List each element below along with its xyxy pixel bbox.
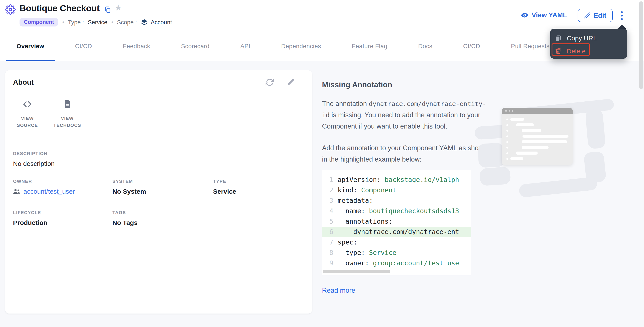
tab-docs[interactable]: Docs (407, 31, 443, 61)
scope-value: Account (151, 19, 172, 26)
scope-label: Scope : (117, 19, 137, 26)
code-line: 8 type: Service (322, 247, 471, 258)
tab-bar: Overview CI/CD Feedback Scorecard API De… (0, 31, 644, 61)
missing-annotation-text: The annotation dynatrace.com/dynatrace-e… (322, 98, 494, 132)
code-icon (22, 99, 32, 109)
context-menu: Copy URL Delete (550, 29, 627, 59)
refresh-icon[interactable] (266, 78, 274, 86)
tags-label: TAGS (112, 209, 213, 215)
tab-cicd-2[interactable]: CI/CD (452, 31, 491, 61)
favorite-star-icon[interactable]: ★ (114, 4, 122, 12)
view-source-label: VIEW SOURCE (13, 115, 42, 129)
system-field: SYSTEM No System (112, 178, 213, 195)
tab-scorecard[interactable]: Scorecard (170, 31, 220, 61)
entity-meta-row: Component • Type : Service • Scope : Acc… (20, 18, 172, 27)
type-field-value: Service (213, 187, 304, 195)
tags-value: No Tags (112, 219, 213, 226)
menu-item-delete[interactable]: Delete (550, 45, 627, 57)
code-line: 7spec: (322, 237, 471, 247)
owner-field: OWNER account/test_user (13, 178, 112, 195)
layers-icon (141, 19, 148, 26)
owner-value: account/test_user (24, 187, 75, 195)
view-yaml-button[interactable]: View YAML (521, 11, 567, 19)
view-techdocs-label: VIEW TECHDOCS (53, 115, 82, 129)
view-yaml-label: View YAML (532, 11, 567, 19)
meta-separator: • (62, 19, 64, 25)
trash-icon (555, 48, 562, 54)
kind-chip: Component (20, 18, 58, 27)
owner-label: OWNER (13, 178, 112, 183)
copy-icon (555, 35, 562, 41)
page-header: Boutique Checkout ★ Component • Type : S… (0, 0, 644, 31)
mini-window-titlebar (502, 108, 573, 114)
about-card: About VIEW SOURCE VIEW TECHDOCS DESCRIPT… (5, 70, 312, 313)
tab-api[interactable]: API (229, 31, 261, 61)
vertical-scrollbar[interactable] (639, 1, 643, 89)
menu-item-copy-url[interactable]: Copy URL (550, 32, 627, 44)
pencil-icon (584, 12, 590, 19)
code-line: 1apiVersion: backstage.io/v1alph (322, 175, 471, 185)
annotation-instruction: Add the annotation to your Component YAM… (322, 142, 494, 165)
type-field: TYPE Service (213, 178, 304, 195)
owner-link[interactable]: account/test_user (13, 187, 112, 195)
lifecycle-value: Production (13, 219, 112, 226)
code-window-illustration (477, 83, 612, 201)
system-label: SYSTEM (112, 178, 213, 183)
type-value: Service (88, 19, 108, 26)
mini-code-window (502, 108, 573, 165)
lifecycle-field: LIFECYCLE Production (13, 209, 112, 226)
tab-feedback[interactable]: Feedback (112, 31, 161, 61)
code-line-highlighted: 6 dynatrace.com/dynatrace-ent (322, 227, 471, 237)
missing-annotation-panel: Missing Annotation The annotation dynatr… (322, 80, 498, 294)
type-label: Type : (68, 19, 84, 26)
code-line: 9 owner: group:account/test_use (322, 258, 471, 268)
lifecycle-label: LIFECYCLE (13, 209, 112, 215)
system-value: No System (112, 187, 213, 195)
eye-icon (521, 11, 528, 19)
type-field-label: TYPE (213, 178, 304, 183)
tab-feature-flag[interactable]: Feature Flag (341, 31, 398, 61)
meta-separator: • (111, 19, 113, 25)
read-more-link[interactable]: Read more (322, 287, 498, 294)
view-techdocs-link[interactable]: VIEW TECHDOCS (53, 99, 82, 129)
edit-about-pencil-icon[interactable] (287, 78, 295, 86)
delete-label: Delete (567, 47, 586, 55)
entity-page: Boutique Checkout ★ Component • Type : S… (0, 0, 644, 327)
more-options-kebab-button[interactable] (618, 8, 626, 23)
code-line: 2kind: Component (322, 185, 471, 195)
yaml-code-block[interactable]: 1apiVersion: backstage.io/v1alph 2kind: … (322, 170, 471, 275)
edit-label: Edit (594, 12, 606, 19)
document-icon (62, 99, 72, 109)
about-card-title: About (13, 78, 34, 86)
description-value: No description (13, 160, 304, 167)
code-line: 3metadata: (322, 195, 471, 206)
users-icon (13, 188, 20, 194)
code-horizontal-scrollbar[interactable] (323, 270, 390, 273)
menu-arrow (618, 25, 626, 29)
code-line: 4 name: boutiquecheckoutsdsds13 (322, 206, 471, 216)
description-label: DESCRIPTION (13, 150, 304, 156)
copy-name-icon[interactable] (104, 6, 111, 13)
code-line: 5 annotations: (322, 216, 471, 227)
copy-url-label: Copy URL (567, 34, 597, 42)
component-gear-icon (5, 4, 16, 15)
missing-annotation-title: Missing Annotation (322, 80, 498, 90)
page-title: Boutique Checkout (20, 3, 100, 14)
tab-dependencies[interactable]: Dependencies (270, 31, 332, 61)
view-source-link[interactable]: VIEW SOURCE (13, 99, 42, 129)
tab-overview[interactable]: Overview (6, 31, 55, 61)
edit-button[interactable]: Edit (578, 9, 613, 22)
tab-cicd[interactable]: CI/CD (64, 31, 103, 61)
tags-field: TAGS No Tags (112, 209, 213, 226)
